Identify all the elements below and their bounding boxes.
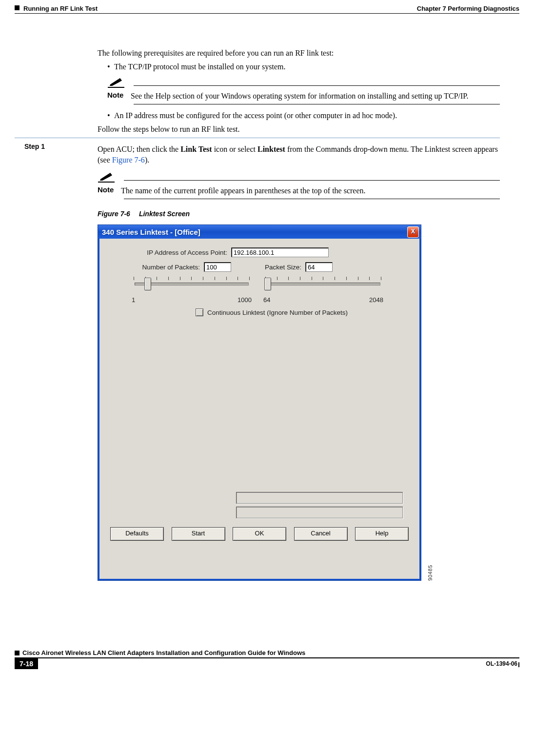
slider-min: 1 <box>132 296 135 304</box>
status-box-1 <box>236 492 403 504</box>
note-block-2: Note The name of the current profile app… <box>98 173 500 200</box>
ok-button[interactable]: OK <box>233 527 286 541</box>
step-label: Step 1 <box>24 143 45 150</box>
figure-id: 90485 <box>428 565 433 581</box>
continuous-checkbox[interactable] <box>196 308 203 316</box>
bullet-marker: • <box>107 111 114 120</box>
numpackets-label: Number of Packets: <box>131 264 204 271</box>
page-number: 7-18 <box>15 658 38 669</box>
close-button[interactable]: X <box>407 226 419 238</box>
packetsize-thumb[interactable] <box>264 278 271 290</box>
note-block-1: Note See the Help section of your Window… <box>107 78 500 105</box>
footer-title: Cisco Aironet Wireless LAN Client Adapte… <box>22 649 519 656</box>
bullet-1: The TCP/IP protocol must be installed on… <box>114 62 286 71</box>
slider-max: 1000 <box>237 296 252 304</box>
pencil-icon <box>98 173 115 183</box>
footer-marker <box>15 651 20 655</box>
header-marker <box>15 5 20 10</box>
bullet-2: An IP address must be configured for the… <box>114 111 397 120</box>
numpackets-slider[interactable] <box>133 277 251 295</box>
defaults-button[interactable]: Defaults <box>110 527 164 541</box>
chapter-title: Chapter 7 Performing Diagnostics <box>417 5 519 12</box>
note-text: The name of the current profile appears … <box>121 185 500 196</box>
intro-text: The following prerequisites are required… <box>98 48 500 59</box>
slider-max: 2048 <box>369 296 383 304</box>
help-button[interactable]: Help <box>355 527 409 541</box>
step-rule <box>15 138 500 138</box>
note-text: See the Help section of your Windows ope… <box>131 91 500 102</box>
window-title: 340 Series Linktest - [Office] <box>102 228 407 236</box>
packetsize-input[interactable] <box>305 262 333 272</box>
numpackets-input[interactable] <box>204 262 231 272</box>
packetsize-slider[interactable] <box>264 277 382 295</box>
continuous-label: Continuous Linktest (Ignore Number of Pa… <box>207 309 348 316</box>
slider-min: 64 <box>263 296 270 304</box>
step-1-text: Open ACU; then click the Link Test icon … <box>98 141 500 166</box>
pencil-icon <box>107 78 125 88</box>
note-label: Note <box>107 91 131 102</box>
figure-ref-link[interactable]: Figure 7-6 <box>112 156 145 164</box>
section-title: Running an RF Link Test <box>23 5 98 12</box>
window-titlebar[interactable]: 340 Series Linktest - [Office] X <box>98 225 421 239</box>
note-label: Note <box>98 185 121 196</box>
header-rule <box>15 13 519 14</box>
packetsize-label: Packet Size: <box>231 264 305 271</box>
footer-tick <box>518 662 519 667</box>
numpackets-thumb[interactable] <box>144 278 151 290</box>
start-button[interactable]: Start <box>172 527 225 541</box>
bullet-marker: • <box>107 62 114 71</box>
cancel-button[interactable]: Cancel <box>294 527 348 541</box>
figure-caption: Figure 7-6Linktest Screen <box>98 210 500 218</box>
linktest-window: 340 Series Linktest - [Office] X IP Addr… <box>98 225 421 581</box>
doc-id: OL-1394-06 <box>486 660 517 667</box>
ip-input[interactable] <box>231 247 329 257</box>
status-box-2 <box>236 507 403 518</box>
ip-label: IP Address of Access Point: <box>131 249 231 256</box>
follow-text: Follow the steps below to run an RF link… <box>98 124 500 135</box>
